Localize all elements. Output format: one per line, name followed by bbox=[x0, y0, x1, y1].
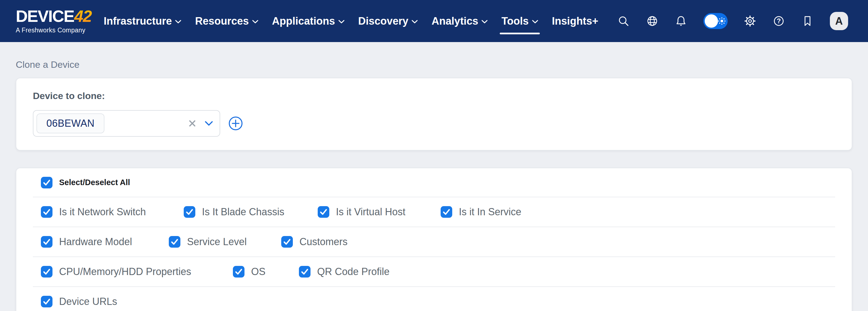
check-icon bbox=[184, 206, 195, 218]
check-icon bbox=[41, 236, 53, 248]
logo-tagline: A Freshworks Company bbox=[16, 27, 93, 34]
avatar-initial: A bbox=[835, 15, 843, 27]
nav-item-analytics[interactable]: Analytics bbox=[432, 0, 488, 42]
logo-wordmark: DEVICE42 bbox=[16, 8, 93, 25]
user-avatar[interactable]: A bbox=[830, 12, 848, 30]
checkbox-label: Is it In Service bbox=[459, 206, 521, 218]
theme-toggle[interactable] bbox=[703, 13, 728, 29]
nav-item-applications[interactable]: Applications bbox=[272, 0, 344, 42]
logo-wordmark-main: DEVICE bbox=[16, 7, 74, 25]
checkbox-label: Is it Network Switch bbox=[59, 206, 146, 218]
clear-selection-button[interactable] bbox=[188, 119, 196, 128]
nav-item-label: Analytics bbox=[432, 15, 478, 27]
checkbox-label: Customers bbox=[300, 236, 347, 248]
page-title: Clone a Device bbox=[16, 59, 852, 70]
chevron-down-icon bbox=[532, 20, 538, 24]
globe-icon bbox=[646, 15, 659, 27]
checkbox-select-all[interactable] bbox=[41, 177, 53, 189]
checkbox-checked[interactable] bbox=[169, 236, 180, 248]
device-to-clone-label: Device to clone: bbox=[33, 90, 835, 101]
option-customers[interactable]: Customers bbox=[281, 236, 347, 248]
nav-item-tools[interactable]: Tools bbox=[501, 0, 538, 42]
option-cpu-memory-hdd[interactable]: CPU/Memory/HDD Properties bbox=[41, 266, 191, 278]
sun-icon bbox=[718, 17, 726, 25]
selected-device-tag[interactable]: 06BEWAN bbox=[36, 113, 104, 133]
option-os[interactable]: OS bbox=[233, 266, 266, 278]
option-virtual-host[interactable]: Is it Virtual Host bbox=[318, 206, 405, 218]
toggle-knob bbox=[705, 15, 718, 28]
select-all-row[interactable]: Select/Deselect All bbox=[16, 168, 852, 197]
language-button[interactable] bbox=[646, 15, 659, 27]
checkbox-checked[interactable] bbox=[299, 266, 311, 278]
check-icon bbox=[299, 266, 311, 278]
option-device-urls[interactable]: Device URLs bbox=[41, 296, 117, 307]
selected-device-name: 06BEWAN bbox=[46, 118, 94, 129]
checkbox-checked[interactable] bbox=[41, 296, 53, 307]
gear-icon bbox=[744, 15, 756, 27]
help-button[interactable]: ? bbox=[772, 15, 785, 27]
nav-item-insights[interactable]: Insights+ bbox=[552, 0, 598, 42]
nav-item-infrastructure[interactable]: Infrastructure bbox=[103, 0, 181, 42]
search-icon bbox=[617, 15, 630, 27]
check-icon bbox=[41, 206, 53, 218]
main-content: Clone a Device Device to clone: 06BEWAN bbox=[0, 59, 868, 311]
option-blade-chassis[interactable]: Is It Blade Chassis bbox=[184, 206, 284, 218]
chevron-down-icon bbox=[175, 20, 181, 24]
options-row-1: Is it Network Switch Is It Blade Chassis… bbox=[16, 197, 852, 227]
device-select[interactable]: 06BEWAN bbox=[33, 110, 220, 137]
option-network-switch[interactable]: Is it Network Switch bbox=[41, 206, 146, 218]
search-button[interactable] bbox=[617, 15, 630, 27]
option-qr-code-profile[interactable]: QR Code Profile bbox=[299, 266, 390, 278]
checkbox-label: OS bbox=[251, 266, 266, 278]
main-menu: Infrastructure Resources Applications Di… bbox=[103, 0, 598, 42]
navbar-actions: ? A bbox=[617, 12, 848, 30]
check-icon bbox=[41, 177, 53, 189]
checkbox-label: Service Level bbox=[187, 236, 247, 248]
options-row-3: CPU/Memory/HDD Properties OS QR Code Pro… bbox=[16, 257, 852, 286]
checkbox-checked[interactable] bbox=[184, 206, 195, 218]
nav-item-label: Resources bbox=[195, 15, 249, 27]
checkbox-checked[interactable] bbox=[318, 206, 329, 218]
nav-item-label: Tools bbox=[501, 15, 529, 27]
checkbox-label: Is It Blade Chassis bbox=[202, 206, 284, 218]
logo-wordmark-accent: 42 bbox=[74, 7, 93, 25]
chevron-down-icon bbox=[252, 20, 258, 24]
checkbox-checked[interactable] bbox=[41, 236, 53, 248]
chevron-down-icon bbox=[412, 20, 418, 24]
chevron-down-icon bbox=[482, 20, 488, 24]
check-icon bbox=[441, 206, 452, 218]
option-service-level[interactable]: Service Level bbox=[169, 236, 247, 248]
check-icon bbox=[233, 266, 245, 278]
checkbox-label: Is it Virtual Host bbox=[336, 206, 405, 218]
options-row-2: Hardware Model Service Level Customers bbox=[16, 227, 852, 256]
check-icon bbox=[41, 296, 53, 307]
bookmark-icon bbox=[801, 15, 814, 27]
select-dropdown-button[interactable] bbox=[205, 121, 213, 126]
bookmark-button[interactable] bbox=[801, 15, 814, 27]
nav-item-discovery[interactable]: Discovery bbox=[358, 0, 418, 42]
chevron-down-icon bbox=[338, 20, 344, 24]
checkbox-label: QR Code Profile bbox=[317, 266, 390, 278]
checkbox-checked[interactable] bbox=[441, 206, 452, 218]
settings-button[interactable] bbox=[744, 15, 756, 27]
checkbox-checked[interactable] bbox=[233, 266, 245, 278]
device42-logo[interactable]: DEVICE42 A Freshworks Company bbox=[16, 8, 93, 34]
help-icon: ? bbox=[772, 15, 785, 27]
checkbox-checked[interactable] bbox=[281, 236, 293, 248]
select-all-label: Select/Deselect All bbox=[59, 178, 130, 187]
option-hardware-model[interactable]: Hardware Model bbox=[41, 236, 132, 248]
nav-item-label: Applications bbox=[272, 15, 335, 27]
option-in-service[interactable]: Is it In Service bbox=[441, 206, 521, 218]
checkbox-checked[interactable] bbox=[41, 206, 53, 218]
nav-item-resources[interactable]: Resources bbox=[195, 0, 258, 42]
notifications-button[interactable] bbox=[675, 15, 687, 27]
add-device-button[interactable] bbox=[228, 116, 243, 131]
check-icon bbox=[169, 236, 180, 248]
clear-x-icon bbox=[188, 119, 196, 128]
check-icon bbox=[41, 266, 53, 278]
check-icon bbox=[281, 236, 293, 248]
checkbox-label: CPU/Memory/HDD Properties bbox=[59, 266, 191, 278]
nav-item-label: Insights+ bbox=[552, 15, 598, 27]
nav-item-label: Infrastructure bbox=[103, 15, 172, 27]
checkbox-checked[interactable] bbox=[41, 266, 53, 278]
